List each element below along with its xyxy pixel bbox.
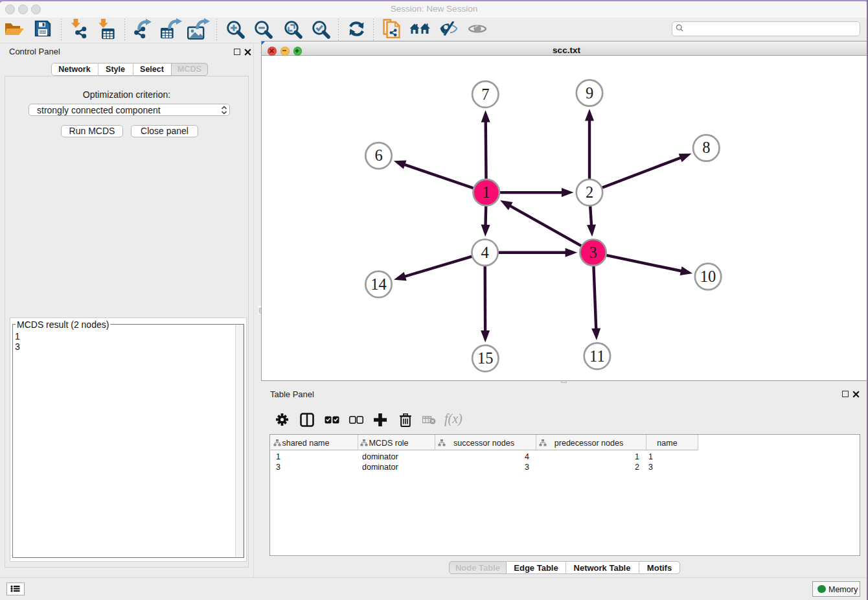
svg-text:9: 9 <box>586 84 593 102</box>
svg-text:10: 10 <box>700 268 716 285</box>
svg-text:8: 8 <box>702 139 710 156</box>
svg-text:1: 1 <box>483 183 490 201</box>
svg-text:11: 11 <box>589 347 605 365</box>
svg-text:14: 14 <box>371 275 387 293</box>
svg-text:6: 6 <box>374 146 382 164</box>
svg-text:2: 2 <box>586 183 593 201</box>
svg-text:15: 15 <box>477 349 494 367</box>
svg-text:7: 7 <box>481 86 489 103</box>
svg-text:3: 3 <box>589 244 597 261</box>
svg-text:4: 4 <box>481 244 488 261</box>
